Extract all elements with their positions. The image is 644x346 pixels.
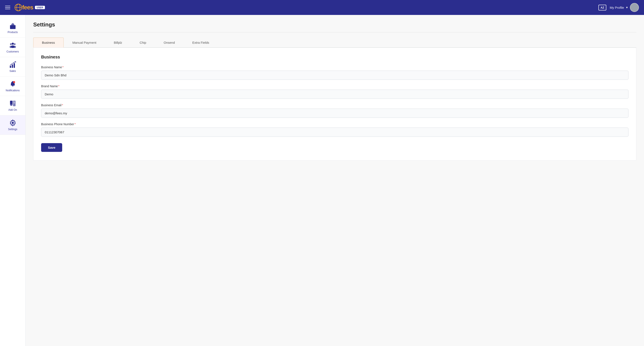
business-phone-group: Business Phone Number*: [41, 122, 628, 137]
card-title: Business: [41, 55, 628, 60]
brand-name-required: *: [58, 84, 60, 88]
user-badge: USER: [35, 6, 45, 9]
settings-icon: [9, 119, 16, 126]
products-icon: [9, 22, 16, 30]
main-content: Settings Business Manual Payment Billplz…: [26, 15, 644, 346]
settings-tabs: Business Manual Payment Billplz Chip Ons…: [33, 38, 636, 48]
business-email-label: Business Email*: [41, 103, 628, 107]
header: fees USER AZ My Profile ▾: [0, 0, 644, 15]
sidebar-item-settings-label: Settings: [8, 128, 17, 131]
header-right: AZ My Profile ▾: [598, 3, 639, 12]
business-phone-required: *: [74, 122, 76, 126]
layout: Products Customers Sales: [0, 15, 644, 346]
business-email-group: Business Email*: [41, 103, 628, 118]
svg-point-16: [13, 81, 15, 83]
svg-point-6: [12, 43, 14, 45]
business-name-input[interactable]: [41, 71, 628, 80]
svg-point-19: [10, 103, 12, 106]
svg-point-7: [10, 43, 12, 45]
settings-card: Business Business Name* Brand Name* Busi…: [33, 48, 636, 161]
sidebar-item-sales-label: Sales: [9, 70, 16, 73]
save-button[interactable]: Save: [41, 143, 62, 152]
business-name-required: *: [62, 66, 64, 69]
hamburger-menu[interactable]: [5, 6, 10, 9]
header-left: fees USER: [5, 4, 45, 11]
notifications-icon: [9, 80, 16, 88]
svg-rect-17: [12, 86, 14, 86]
brand-name-label: Brand Name*: [41, 84, 628, 88]
avatar: [630, 3, 639, 12]
tab-extra-fields[interactable]: Extra Fields: [184, 38, 218, 47]
svg-rect-12: [10, 66, 11, 68]
addon-icon: [9, 100, 16, 107]
svg-rect-14: [14, 63, 15, 68]
tab-manual-payment[interactable]: Manual Payment: [64, 38, 105, 47]
svg-point-11: [14, 46, 16, 48]
sidebar-item-addon-label: Add On: [8, 108, 17, 111]
title-divider: [33, 32, 636, 33]
business-phone-label: Business Phone Number*: [41, 122, 628, 126]
sidebar-item-products-label: Products: [8, 31, 18, 34]
profile-label: My Profile: [610, 6, 624, 9]
profile-button[interactable]: My Profile ▾: [610, 3, 639, 12]
business-email-input[interactable]: [41, 109, 628, 118]
tab-chip[interactable]: Chip: [131, 38, 155, 47]
customers-icon: [9, 42, 16, 49]
business-phone-input[interactable]: [41, 128, 628, 137]
brand-name-input[interactable]: [41, 90, 628, 99]
svg-point-23: [12, 122, 14, 124]
sidebar: Products Customers Sales: [0, 15, 26, 346]
business-name-label: Business Name*: [41, 66, 628, 69]
tab-billplz[interactable]: Billplz: [105, 38, 131, 47]
profile-dropdown-arrow: ▾: [626, 6, 628, 9]
svg-rect-5: [12, 23, 14, 24]
sidebar-item-notifications[interactable]: Notifications: [0, 77, 25, 96]
tab-onsend[interactable]: Onsend: [155, 38, 184, 47]
svg-rect-3: [10, 25, 16, 29]
sidebar-item-sales[interactable]: Sales: [0, 57, 25, 77]
sidebar-item-products[interactable]: Products: [0, 18, 25, 38]
svg-point-8: [14, 43, 16, 45]
sidebar-item-settings[interactable]: Settings: [0, 115, 25, 135]
sidebar-item-customers-label: Customers: [6, 50, 19, 53]
logo-area: fees USER: [14, 4, 45, 11]
business-name-group: Business Name*: [41, 66, 628, 80]
page-title: Settings: [33, 21, 636, 28]
sidebar-item-customers[interactable]: Customers: [0, 38, 25, 57]
business-email-required: *: [62, 103, 63, 107]
tab-business[interactable]: Business: [33, 38, 64, 48]
logo-icon: [14, 4, 22, 11]
az-icon[interactable]: AZ: [598, 5, 606, 11]
sidebar-item-notifications-label: Notifications: [6, 89, 20, 92]
brand-name-group: Brand Name*: [41, 84, 628, 99]
svg-point-10: [10, 46, 12, 48]
svg-rect-13: [12, 64, 13, 68]
logo-text: fees: [22, 4, 33, 11]
sidebar-item-addon[interactable]: Add On: [0, 96, 25, 115]
svg-rect-20: [13, 101, 16, 106]
sales-icon: [9, 61, 16, 68]
